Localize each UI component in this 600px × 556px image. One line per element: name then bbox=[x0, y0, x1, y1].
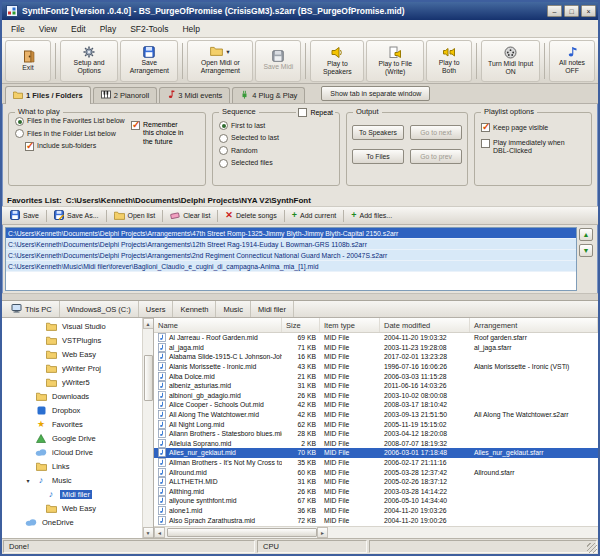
tree-item-vstplugins[interactable]: VSTPlugins bbox=[2, 333, 142, 347]
scroll-thumb[interactable] bbox=[144, 355, 153, 401]
file-row[interactable]: Alanis Morissette - Ironic.mid43 KBMID F… bbox=[154, 362, 598, 372]
file-row[interactable]: albeniz_asturias.mid31 KBMID File2011-06… bbox=[154, 381, 598, 391]
column-header-date-modified[interactable]: Date modified bbox=[380, 318, 470, 332]
tree-item-visual-studio[interactable]: Visual Studio bbox=[2, 319, 142, 333]
menu-item-sf2-tools[interactable]: SF2-Tools bbox=[123, 22, 175, 36]
delete-songs-button[interactable]: ✕ Delete songs bbox=[220, 210, 281, 221]
move-up-button[interactable]: ▲ bbox=[579, 228, 593, 241]
favorites-item[interactable]: C:\Users\Kenneth\Documents\Delphi Projec… bbox=[6, 228, 576, 239]
expanded-arrow-icon[interactable]: ▾ bbox=[24, 477, 32, 484]
radio-selected-files[interactable]: Selected files bbox=[219, 159, 339, 168]
menu-item-file[interactable]: File bbox=[4, 22, 32, 36]
save-arrangement-button[interactable]: Save Arrangement bbox=[120, 40, 178, 82]
tab-plug-play[interactable]: 4 Plug & Play bbox=[232, 87, 305, 103]
file-list-hscrollbar[interactable]: ◄ ► bbox=[154, 526, 598, 538]
file-row[interactable]: Allthing.mid26 KBMID File2003-03-28 14:1… bbox=[154, 487, 598, 497]
to-speakers-button[interactable]: To Speakers bbox=[352, 125, 404, 140]
save-list-button[interactable]: Save bbox=[5, 209, 44, 222]
splitter-handle[interactable] bbox=[2, 293, 598, 301]
file-row[interactable]: Al Jarreau - Roof Garden.mid69 KBMID Fil… bbox=[154, 333, 598, 343]
file-row[interactable]: Allann Brothers - Statesboro blues.mid28… bbox=[154, 429, 598, 439]
tree-item-ywriter5[interactable]: yWriter5 bbox=[2, 375, 142, 389]
column-header-size[interactable]: Size bbox=[282, 318, 320, 332]
tree-item-onedrive[interactable]: OneDrive bbox=[2, 515, 142, 529]
tree-item-midi-filer[interactable]: ♪Midi filer bbox=[2, 487, 142, 501]
radio-files-folder-list[interactable]: Files in the Folder List below bbox=[15, 129, 131, 138]
tree-item-favorites[interactable]: ★Favorites bbox=[2, 417, 142, 431]
column-header-name[interactable]: Name bbox=[154, 318, 282, 332]
column-header-arrangement[interactable]: Arrangement bbox=[470, 318, 598, 332]
favorites-item[interactable]: C:\Users\Kenneth\Documents\Delphi Projec… bbox=[6, 239, 576, 250]
file-row[interactable]: al_jaga.mid71 KBMID File2003-11-23 19:28… bbox=[154, 343, 598, 353]
tree-item-dropbox[interactable]: Dropbox bbox=[2, 403, 142, 417]
checkbox-repeat[interactable]: Repeat bbox=[296, 108, 335, 117]
file-row[interactable]: alone1.mid36 KBMID File2004-11-20 19:03:… bbox=[154, 506, 598, 516]
open-list-button[interactable]: Open list bbox=[109, 210, 161, 222]
open-midi-arrangement-button[interactable]: ▼ Open Midi or Arrangement bbox=[187, 40, 253, 82]
menu-item-edit[interactable]: Edit bbox=[64, 22, 93, 36]
add-current-button[interactable]: + Add current bbox=[287, 210, 341, 221]
favorites-item[interactable]: C:\Users\Kenneth\Music\Midi filer\foreve… bbox=[6, 261, 576, 272]
checkbox-include-subfolders[interactable]: Include sub-folders bbox=[25, 142, 131, 151]
tree-item-links[interactable]: Links bbox=[2, 459, 142, 473]
save-as-button[interactable]: Save As... bbox=[49, 209, 104, 222]
breadcrumb-segment-kenneth[interactable]: Kenneth bbox=[173, 301, 216, 317]
scroll-up-icon[interactable]: ▲ bbox=[143, 318, 154, 329]
go-to-next-button[interactable]: Go to next bbox=[410, 125, 462, 140]
checkbox-remember-choice[interactable]: Remember this choice in the future bbox=[131, 121, 189, 151]
go-to-prev-button[interactable]: Go to prev bbox=[410, 149, 462, 164]
menu-item-play[interactable]: Play bbox=[93, 22, 124, 36]
title-bar[interactable]: SynthFont2 [Version .0.4.0] - BS_PurgeOf… bbox=[2, 2, 598, 20]
file-row[interactable]: ALLTHETH.MID31 KBMID File2005-02-26 18:3… bbox=[154, 477, 598, 487]
file-row[interactable]: Alles_nur_geklaut.mid70 KBMID File2006-0… bbox=[154, 448, 598, 458]
breadcrumb-segment-windows8-os-c[interactable]: Windows8_OS (C:) bbox=[60, 301, 139, 317]
resize-grip-icon[interactable] bbox=[587, 543, 597, 553]
play-to-file-button[interactable]: Play to File (Write) bbox=[366, 40, 424, 82]
maximize-button[interactable]: □ bbox=[564, 5, 579, 17]
menu-item-view[interactable]: View bbox=[32, 22, 64, 36]
exit-button[interactable]: Exit bbox=[5, 40, 51, 82]
menu-item-help[interactable]: Help bbox=[175, 22, 206, 36]
tree-item-music[interactable]: ▾♪Music bbox=[2, 473, 142, 487]
column-header-item-type[interactable]: Item type bbox=[320, 318, 380, 332]
tree-item-ywriter-proj[interactable]: yWriter Proj bbox=[2, 361, 142, 375]
minimize-button[interactable]: – bbox=[547, 5, 562, 17]
file-row[interactable]: albinoni_gb_adagio.mid26 KBMID File2003-… bbox=[154, 391, 598, 401]
close-button[interactable]: × bbox=[581, 5, 596, 17]
file-row[interactable]: Alleluia Soprano.mid2 KBMID File2008-07-… bbox=[154, 439, 598, 449]
tree-item-downloads[interactable]: Downloads bbox=[2, 389, 142, 403]
tree-item-icloud-drive[interactable]: iCloud Drive bbox=[2, 445, 142, 459]
breadcrumb-segment-this-pc[interactable]: This PC bbox=[4, 301, 60, 317]
file-row[interactable]: All Night Long.mid62 KBMID File2005-11-1… bbox=[154, 419, 598, 429]
scroll-right-icon[interactable]: ► bbox=[317, 527, 328, 538]
tree-scrollbar[interactable]: ▲ ▼ bbox=[142, 318, 153, 538]
scroll-down-icon[interactable]: ▼ bbox=[143, 527, 154, 538]
play-to-both-button[interactable]: Play to Both bbox=[426, 40, 472, 82]
file-row[interactable]: Allround.mid60 KBMID File2005-03-28 12:3… bbox=[154, 467, 598, 477]
checkbox-play-immediately[interactable]: Play immediately when DBL-Clicked bbox=[481, 139, 591, 154]
move-down-button[interactable]: ▼ bbox=[579, 244, 593, 257]
checkbox-keep-page-visible[interactable]: Keep page visible bbox=[481, 123, 591, 132]
clear-list-button[interactable]: Clear list bbox=[165, 210, 215, 222]
file-row[interactable]: Alba Dolce.mid21 KBMID File2006-03-03 11… bbox=[154, 371, 598, 381]
radio-files-favorites-list[interactable]: Files in the Favorites List below bbox=[15, 117, 131, 126]
radio-selected-to-last[interactable]: Selected to last bbox=[219, 134, 339, 143]
setup-options-button[interactable]: Setup and Options bbox=[60, 40, 118, 82]
tree-item-web-easy[interactable]: Web Easy bbox=[2, 501, 142, 515]
file-row[interactable]: Also Sprach Zarathustra.mid72 KBMID File… bbox=[154, 515, 598, 525]
tree-item-web-easy[interactable]: Web Easy bbox=[2, 347, 142, 361]
file-row[interactable]: Alabama Slide-1915-C L Johnson-John Remm… bbox=[154, 352, 598, 362]
scroll-left-icon[interactable]: ◄ bbox=[154, 527, 165, 538]
tab-midi-events[interactable]: 3 Midi events bbox=[159, 87, 230, 103]
tree-item-google-drive[interactable]: Google Drive bbox=[2, 431, 142, 445]
show-tab-separate-window-button[interactable]: Show tab in separate window bbox=[321, 86, 430, 101]
favorites-item[interactable]: C:\Users\Kenneth\Documents\Delphi Projec… bbox=[6, 250, 576, 261]
add-files-button[interactable]: + Add files... bbox=[346, 210, 397, 221]
file-row[interactable]: allyoune synthfont.mid67 KBMID File2006-… bbox=[154, 496, 598, 506]
tab-files-folders[interactable]: 1 Files / Folders bbox=[5, 86, 91, 104]
tab-pianoroll[interactable]: 2 Pianoroll bbox=[93, 87, 157, 103]
save-midi-button[interactable]: Save Midi bbox=[255, 40, 301, 82]
all-notes-off-button[interactable]: All notes OFF bbox=[549, 40, 595, 82]
breadcrumb-segment-midi-filer[interactable]: Midi filer bbox=[251, 301, 294, 317]
to-files-button[interactable]: To Files bbox=[352, 149, 404, 164]
